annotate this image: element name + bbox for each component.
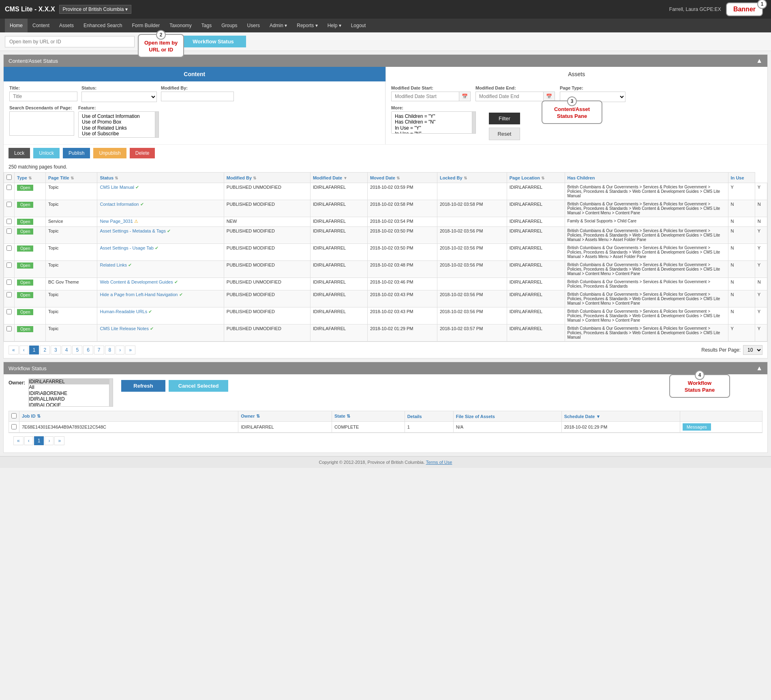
row-title-link-2[interactable]: New Page_3031 — [100, 219, 133, 224]
wth-details[interactable]: Details — [405, 411, 453, 422]
feature-listbox[interactable]: Use of Contact Information Use of Promo … — [78, 111, 155, 138]
tab-content[interactable]: Content — [4, 67, 386, 81]
row-open-btn-6[interactable]: Open — [17, 280, 33, 286]
workflow-row-checkbox[interactable] — [11, 424, 17, 429]
row-title-link-7[interactable]: Hide a Page from Left-Hand Navigation — [100, 292, 178, 297]
th-type[interactable]: Type ⇅ — [15, 173, 46, 183]
row-checkbox-4[interactable] — [6, 245, 12, 251]
row-open-btn-8[interactable]: Open — [17, 309, 33, 315]
modified-date-end-input[interactable] — [476, 92, 543, 101]
row-open-btn-cell[interactable]: Open — [15, 183, 46, 200]
modified-by-input[interactable]: IDIR\LAFARREL — [161, 92, 234, 101]
nav-admin[interactable]: Admin ▾ — [265, 19, 292, 32]
page-2[interactable]: 2 — [40, 346, 50, 354]
wth-state[interactable]: State ⇅ — [332, 411, 405, 422]
page-1[interactable]: 1 — [29, 346, 39, 354]
wth-file-size[interactable]: File Size of Assets — [453, 411, 561, 422]
more-listbox[interactable]: Has Children = "Y" Has Children = "N" In… — [391, 111, 472, 134]
row-title-link-6[interactable]: Web Content & Development Guides — [100, 280, 173, 284]
row-checkbox-cell[interactable] — [4, 261, 15, 278]
th-status[interactable]: Status ⇅ — [97, 173, 224, 183]
row-title-link-9[interactable]: CMS Lite Release Notes — [100, 326, 148, 331]
row-checkbox-2[interactable] — [6, 219, 12, 224]
row-checkbox-cell[interactable] — [4, 307, 15, 324]
publish-button[interactable]: Publish — [63, 148, 90, 158]
search-descendants-input[interactable] — [9, 111, 74, 136]
nav-reports[interactable]: Reports ▾ — [292, 19, 322, 32]
page-first[interactable]: « — [9, 346, 19, 354]
delete-button[interactable]: Delete — [130, 148, 155, 158]
province-selector[interactable]: Province of British Columbia ▾ — [59, 5, 132, 14]
row-checkbox-8[interactable] — [6, 309, 12, 314]
nav-help[interactable]: Help ▾ — [323, 19, 346, 32]
modified-date-start-input[interactable] — [392, 92, 459, 101]
row-title-link-1[interactable]: Contact Information — [100, 202, 139, 207]
row-checkbox-cell[interactable] — [4, 217, 15, 227]
collapse-workflow-icon[interactable]: ▲ — [756, 365, 762, 372]
workflow-select-all-header[interactable] — [9, 411, 19, 422]
row-open-btn-9[interactable]: Open — [17, 326, 33, 332]
th-page-location[interactable]: Page Location ⇅ — [507, 173, 565, 183]
wth-job-id[interactable]: Job ID ⇅ — [19, 411, 238, 422]
workflow-messages-cell[interactable]: Messages — [680, 422, 762, 433]
row-open-btn-cell[interactable]: Open — [15, 278, 46, 290]
wf-page-first[interactable]: « — [13, 436, 24, 445]
calendar-start-icon[interactable]: 📅 — [459, 92, 470, 101]
row-open-btn-cell[interactable]: Open — [15, 290, 46, 307]
per-page-select[interactable]: 10 25 50 — [743, 345, 762, 355]
unpublish-button[interactable]: Unpublish — [93, 148, 126, 158]
row-checkbox-cell[interactable] — [4, 227, 15, 244]
row-checkbox-cell[interactable] — [4, 200, 15, 217]
page-6[interactable]: 6 — [83, 346, 93, 354]
row-title-link-8[interactable]: Human-Readable URLs — [100, 309, 147, 314]
row-checkbox-3[interactable] — [6, 228, 12, 234]
row-checkbox-cell[interactable] — [4, 324, 15, 341]
row-open-btn-cell[interactable]: Open — [15, 227, 46, 244]
th-modified-date[interactable]: Modified Date ▼ — [310, 173, 367, 183]
wf-page-1[interactable]: 1 — [34, 436, 44, 445]
nav-assets[interactable]: Assets — [54, 19, 79, 32]
row-checkbox-cell[interactable] — [4, 244, 15, 261]
row-open-btn-5[interactable]: Open — [17, 262, 33, 269]
nav-content[interactable]: Content — [28, 19, 54, 32]
th-in-use[interactable]: In Use — [728, 173, 755, 183]
row-checkbox-cell[interactable] — [4, 290, 15, 307]
workflow-select-all-checkbox[interactable] — [11, 413, 17, 418]
page-5[interactable]: 5 — [72, 346, 82, 354]
terms-of-use-link[interactable]: Terms of Use — [426, 460, 452, 465]
nav-home[interactable]: Home — [5, 19, 28, 32]
page-4[interactable]: 4 — [62, 346, 72, 354]
workflow-row-checkbox-cell[interactable] — [9, 422, 19, 433]
row-open-btn-cell[interactable]: Open — [15, 324, 46, 341]
row-title-link-0[interactable]: CMS Lite Manual — [100, 185, 134, 190]
wf-page-last[interactable]: » — [54, 436, 64, 445]
wth-owner[interactable]: Owner ⇅ — [238, 411, 332, 422]
filter-button[interactable]: Filter — [489, 113, 520, 124]
row-open-btn-2[interactable]: Open — [17, 219, 33, 225]
reset-button[interactable]: Reset — [489, 128, 520, 140]
page-3[interactable]: 3 — [51, 346, 61, 354]
nav-tags[interactable]: Tags — [197, 19, 216, 32]
nav-groups[interactable]: Groups — [216, 19, 242, 32]
row-checkbox-1[interactable] — [6, 202, 12, 207]
row-title-link-3[interactable]: Asset Settings - Metadata & Tags — [100, 228, 165, 233]
nav-enhanced-search[interactable]: Enhanced Search — [79, 19, 127, 32]
calendar-end-icon[interactable]: 📅 — [543, 92, 555, 101]
nav-logout[interactable]: Logout — [346, 19, 371, 32]
row-open-btn-4[interactable]: Open — [17, 245, 33, 252]
row-title-link-4[interactable]: Asset Settings - Usage Tab — [100, 245, 153, 250]
row-checkbox-0[interactable] — [6, 185, 12, 190]
wf-page-next[interactable]: › — [45, 436, 54, 445]
row-checkbox-cell[interactable] — [4, 183, 15, 200]
row-checkbox-9[interactable] — [6, 326, 12, 331]
row-checkbox-5[interactable] — [6, 262, 12, 268]
cancel-selected-button[interactable]: Cancel Selected — [169, 380, 229, 392]
nav-taxonomy[interactable]: Taxonomy — [165, 19, 197, 32]
collapse-content-asset-icon[interactable]: ▲ — [756, 57, 762, 64]
nav-users[interactable]: Users — [242, 19, 265, 32]
th-has-children[interactable]: Has Children — [565, 173, 728, 183]
th-page-title[interactable]: Page Title ⇅ — [45, 173, 97, 183]
tab-assets[interactable]: Assets — [386, 67, 768, 81]
row-open-btn-cell[interactable]: Open — [15, 244, 46, 261]
row-open-btn-7[interactable]: Open — [17, 292, 33, 298]
